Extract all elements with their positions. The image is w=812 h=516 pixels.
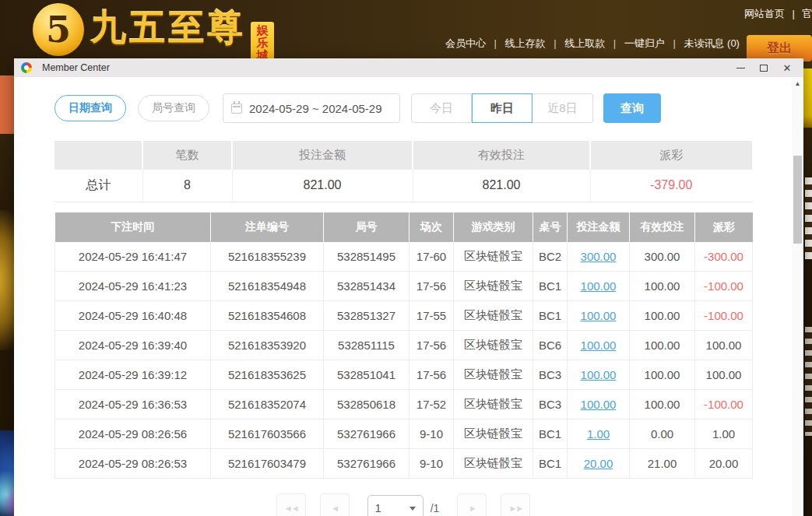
cell-game-type: 区块链骰宝 [454,360,533,390]
nav-link-1[interactable]: 线上存款 [505,37,546,49]
top-link-0[interactable]: 网站首页 [744,8,785,19]
prev-page-icon: ◄ [331,504,338,513]
cell-table-no: BC3 [533,360,568,390]
close-button[interactable]: ✕ [775,58,799,77]
window-titlebar[interactable]: Member Center ✕ [14,58,803,77]
summary-total-label: 总计 [54,170,142,202]
minimize-button[interactable] [729,58,752,77]
cell-bet-amount: 100.00 [568,390,630,419]
close-icon: ✕ [783,63,792,73]
nav-link-2[interactable]: 线上取款 [564,37,605,49]
window-scrollbar[interactable]: ▲ [792,77,803,516]
cell-round-id: 532761966 [324,449,410,479]
scrollbar-thumb[interactable] [793,156,802,244]
cell-bet-time: 2024-05-29 16:41:47 [55,242,211,272]
window-content: 日期查询 局号查询 2024-05-29 ~ 2024-05-29 今日 昨日 … [14,77,803,516]
separator: | [491,37,500,49]
col-table-no: 桌号 [533,212,568,242]
cell-bet-time: 2024-05-29 08:26:53 [55,449,211,479]
page-select[interactable]: 1 [367,495,424,516]
nav-link-0[interactable]: 会员中心 [445,37,486,49]
table-row: 2024-05-29 08:26:53 521617603479 5327619… [55,449,753,479]
cell-payout: -300.00 [695,242,753,272]
nav-link-3[interactable]: 一键归户 [624,37,665,49]
background-gold-strip [803,68,812,128]
cell-payout: -100.00 [695,301,753,331]
cell-session: 17-55 [410,301,454,331]
cell-round-id: 532851115 [324,331,410,360]
filter-toolbar: 日期查询 局号查询 2024-05-29 ~ 2024-05-29 今日 昨日 … [54,93,752,123]
summary-header-count: 笔数 [142,141,232,170]
cell-round-id: 532851434 [324,272,410,301]
cell-round-id: 532851041 [324,360,410,390]
first-page-icon: ◄◄ [284,504,298,513]
bet-amount-link[interactable]: 100.00 [581,368,617,381]
bet-amount-link[interactable]: 20.00 [584,457,613,470]
cell-session: 17-52 [410,390,454,419]
range-today-button[interactable]: 今日 [411,93,472,123]
cell-game-type: 区块链骰宝 [454,242,533,272]
next-page-button[interactable]: ► [457,493,487,516]
table-row: 2024-05-29 16:40:48 521618354608 5328513… [55,301,753,331]
separator: | [670,37,679,49]
logout-button[interactable]: 登出 [747,35,812,61]
cell-table-no: BC3 [533,390,568,419]
cell-game-type: 区块链骰宝 [454,390,533,419]
summary-header-payout: 派彩 [590,141,752,170]
scroll-up-arrow-icon[interactable]: ▲ [792,77,803,90]
cell-bet-time: 2024-05-29 16:39:12 [55,360,211,390]
bet-table-body: 2024-05-29 16:41:47 521618355239 5328514… [55,242,753,479]
bet-amount-link[interactable]: 100.00 [581,279,617,293]
nav-link-4[interactable]: 未读讯息 (0) [684,37,740,49]
maximize-button[interactable] [752,58,775,77]
table-row: 2024-05-29 16:39:40 521618353920 5328511… [55,331,753,360]
summary-count-value: 8 [142,170,232,202]
table-row: 2024-05-29 16:39:12 521618353625 5328510… [55,360,753,390]
cell-valid-bet: 100.00 [630,301,695,331]
date-range-input[interactable]: 2024-05-29 ~ 2024-05-29 [223,93,400,123]
last-page-icon: ►► [508,504,522,513]
tab-date-query[interactable]: 日期查询 [54,95,126,121]
summary-payout-value: -379.00 [590,170,752,202]
prev-page-button[interactable]: ◄ [320,493,350,516]
date-range-value: 2024-05-29 ~ 2024-05-29 [249,102,382,115]
bet-amount-link[interactable]: 100.00 [581,398,617,411]
cell-game-type: 区块链骰宝 [454,272,533,301]
logo-badge-char: 娱 [257,24,269,37]
col-bet-time: 下注时间 [55,212,211,242]
top-links[interactable]: 网站首页 | 官 [742,7,812,21]
member-center-window: Member Center ✕ 日期查询 局号查询 2024-05-29 ~ 2… [14,58,803,516]
cell-valid-bet: 0.00 [630,419,695,449]
top-link-1[interactable]: 官 [803,8,812,19]
cell-bet-amount: 100.00 [568,272,630,301]
cell-table-no: BC1 [533,449,568,479]
cell-bet-amount: 300.00 [568,242,630,272]
cell-session: 17-56 [410,272,454,301]
bet-amount-link[interactable]: 1.00 [587,427,610,441]
bet-table-header-row: 下注时间 注单编号 局号 场次 游戏类别 桌号 投注金额 有效投注 派彩 [55,212,753,242]
range-last8days-button[interactable]: 近8日 [533,93,593,123]
cell-game-type: 区块链骰宝 [454,449,533,479]
cell-bet-id: 521618353920 [211,331,324,360]
bet-amount-link[interactable]: 300.00 [581,250,617,263]
range-yesterday-button[interactable]: 昨日 [472,93,533,123]
logo-title: 九五至尊 [90,3,246,51]
cell-payout: -100.00 [695,390,753,419]
last-page-button[interactable]: ►► [501,493,530,516]
col-game-type: 游戏类别 [454,212,533,242]
cell-bet-id: 521617603479 [211,449,324,479]
tab-round-query[interactable]: 局号查询 [138,95,209,121]
cell-game-type: 区块链骰宝 [454,331,533,360]
first-page-button[interactable]: ◄◄ [276,493,306,516]
col-valid-bet: 有效投注 [630,212,695,242]
bet-amount-link[interactable]: 100.00 [581,309,617,322]
cell-bet-time: 2024-05-29 16:41:23 [55,272,211,301]
bet-amount-link[interactable]: 100.00 [581,339,617,352]
maximize-icon [760,65,768,72]
next-page-icon: ► [469,504,476,513]
cell-round-id: 532851327 [324,301,410,331]
cell-bet-amount: 100.00 [568,360,630,390]
search-button[interactable]: 查询 [603,93,661,123]
cell-game-type: 区块链骰宝 [454,419,533,449]
window-controls: ✕ [729,58,799,77]
